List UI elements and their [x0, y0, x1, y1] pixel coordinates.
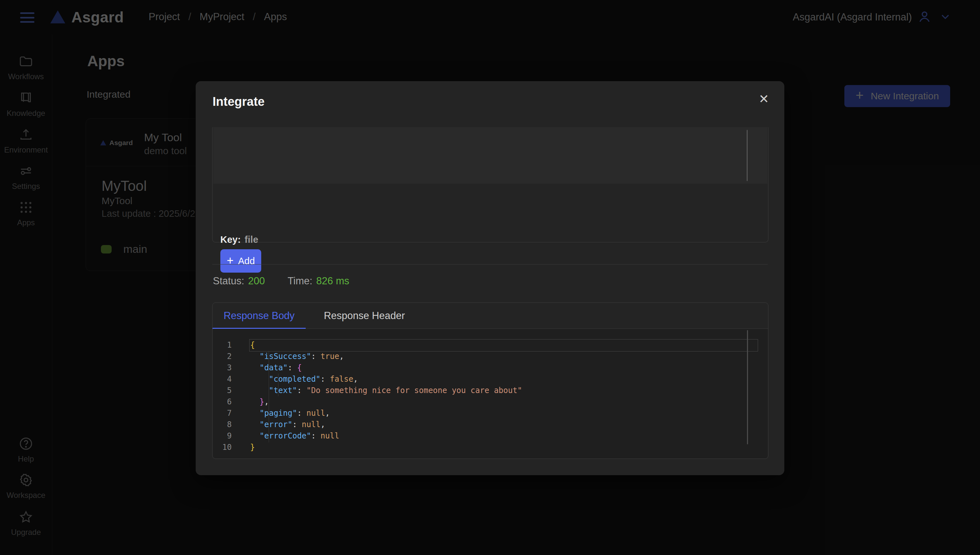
line-number: 2: [213, 351, 232, 362]
code-token: {: [250, 340, 255, 350]
code-token: :: [288, 363, 297, 372]
code-token: ,: [320, 420, 325, 429]
code-text: "errorCode": null: [250, 430, 339, 442]
code-token: :: [320, 375, 330, 383]
code-token: ,: [353, 375, 358, 383]
code-token: :: [297, 386, 306, 395]
line-number: 7: [213, 407, 232, 419]
status-label: Status:: [213, 275, 244, 287]
time-value: 826 ms: [316, 275, 349, 287]
status-row: Status: 200 Time: 826 ms: [213, 275, 349, 287]
tab-response-header[interactable]: Response Header: [313, 303, 416, 329]
code-line: 8"error": null,: [213, 419, 768, 430]
code-token: "isSuccess": [259, 352, 311, 361]
code-token: false: [330, 375, 353, 383]
code-text: {: [250, 340, 255, 351]
add-button-label: Add: [238, 256, 255, 266]
line-number: 9: [213, 430, 232, 442]
time-label: Time:: [288, 275, 312, 287]
close-icon[interactable]: ✕: [755, 90, 773, 108]
add-button[interactable]: + Add: [220, 249, 261, 273]
code-line: 4"completed": false,: [213, 374, 768, 385]
code-line: 5"text": "Do something nice for someone …: [213, 385, 768, 396]
line-number: 4: [213, 374, 232, 385]
code-token: ,: [325, 409, 330, 418]
code-line: 1{: [213, 340, 768, 351]
key-value: file: [245, 234, 258, 245]
code-token: }: [259, 397, 264, 406]
code-token: :: [311, 352, 320, 361]
code-token: ,: [264, 397, 269, 406]
code-token: :: [311, 431, 320, 440]
line-number: 8: [213, 419, 232, 430]
key-label: Key:: [220, 234, 241, 245]
code-token: "completed": [269, 375, 320, 383]
code-line: 10}: [213, 442, 768, 453]
line-number: 5: [213, 385, 232, 396]
code-line: 6},: [213, 396, 768, 407]
code-text: "paging": null,: [250, 407, 330, 419]
line-number: 3: [213, 362, 232, 374]
code-text: "isSuccess": true,: [250, 351, 344, 362]
code-text: "error": null,: [250, 419, 325, 430]
tab-response-body[interactable]: Response Body: [213, 303, 306, 329]
code-scrollbar[interactable]: [747, 330, 748, 444]
code-lines: 1{2"isSuccess": true,3"data": {4"complet…: [213, 340, 768, 453]
integrate-modal: Integrate ✕ Key:file + Add Status: 200 T…: [196, 81, 784, 475]
code-token: null: [320, 431, 339, 440]
parameter-scrollbar[interactable]: [747, 130, 748, 181]
code-editor[interactable]: 1{2"isSuccess": true,3"data": {4"complet…: [213, 329, 768, 458]
code-token: "paging": [259, 409, 297, 418]
parameter-panel: Key:file + Add: [212, 127, 769, 242]
code-text: }: [250, 442, 255, 453]
code-token: true: [320, 352, 339, 361]
code-line: 3"data": {: [213, 362, 768, 374]
code-token: null: [306, 409, 325, 418]
code-token: "error": [259, 420, 292, 429]
code-token: "errorCode": [259, 431, 311, 440]
code-line: 7"paging": null,: [213, 407, 768, 419]
code-token: }: [250, 443, 255, 452]
code-token: null: [302, 420, 320, 429]
response-panel: Response Body Response Header 1{2"isSucc…: [212, 303, 769, 459]
code-token: :: [297, 409, 306, 418]
response-tabs: Response Body Response Header: [213, 303, 768, 329]
code-token: "data": [259, 363, 288, 372]
code-text: },: [250, 396, 269, 407]
code-token: {: [297, 363, 301, 372]
code-token: :: [292, 420, 302, 429]
key-line: Key:file: [220, 234, 258, 245]
code-text: "data": {: [250, 362, 302, 374]
line-number: 6: [213, 396, 232, 407]
code-text: "text": "Do something nice for someone y…: [250, 385, 522, 396]
code-text: "completed": false,: [250, 374, 358, 385]
status-value: 200: [248, 275, 265, 287]
line-number: 10: [213, 442, 232, 453]
code-line: 9"errorCode": null: [213, 430, 768, 442]
modal-title: Integrate: [213, 95, 264, 109]
code-token: "text": [269, 386, 297, 395]
line-number: 1: [213, 340, 232, 351]
code-token: "Do something nice for someone you care …: [306, 386, 522, 395]
parameter-scroll-area[interactable]: [213, 127, 767, 184]
code-token: ,: [339, 352, 344, 361]
divider: [212, 264, 768, 265]
code-line: 2"isSuccess": true,: [213, 351, 768, 362]
